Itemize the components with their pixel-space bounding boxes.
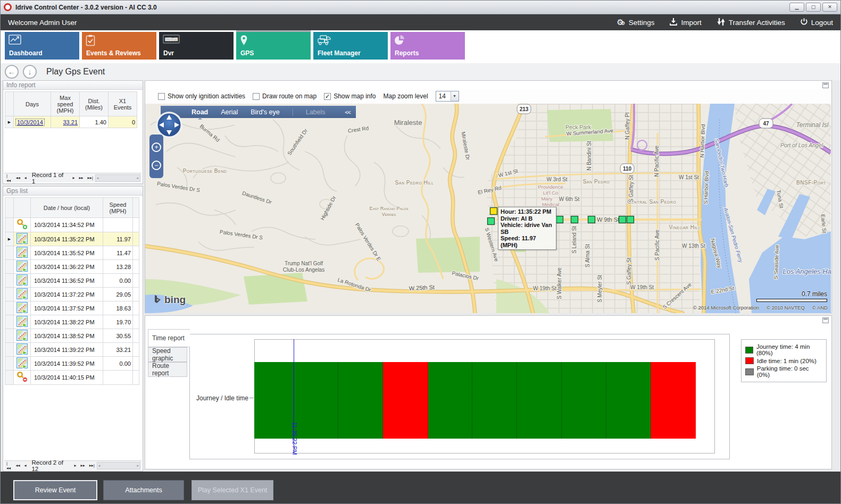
map-view-tab-aerial[interactable]: Aerial bbox=[221, 108, 238, 116]
import-button[interactable]: Import bbox=[669, 18, 701, 28]
map-canvas[interactable]: Burma RdSouthfield DrCrest RdMiralesteMi… bbox=[145, 104, 831, 313]
review-event-button[interactable]: Review Event bbox=[13, 480, 97, 500]
dvr-device-icon: MERGE bbox=[163, 35, 180, 46]
col-max-speed[interactable]: Max speed (MPH) bbox=[51, 92, 80, 116]
transfer-icon bbox=[717, 18, 726, 28]
y-axis-label: Journey / Idle time bbox=[181, 394, 248, 402]
gps-list-row[interactable]: 10/3/2014 11:38:22 PM19.70 bbox=[5, 315, 139, 329]
attachments-button[interactable]: Attachments bbox=[103, 480, 184, 500]
gps-list-row[interactable]: 10/3/2014 11:39:22 PM33.21 bbox=[5, 343, 139, 357]
map-scale-label: 0.7 miles bbox=[756, 290, 827, 298]
map-icon bbox=[14, 288, 31, 301]
gps-point-marker[interactable] bbox=[571, 216, 578, 223]
prev-page-button[interactable]: ◂◂ bbox=[16, 175, 20, 180]
map-label: N Harbor Blvd bbox=[699, 124, 706, 157]
gps-list-row[interactable]: 10/3/2014 11:35:52 PM11.47 bbox=[5, 246, 139, 260]
gps-list-row[interactable]: 10/3/2014 11:36:52 PM0.00 bbox=[5, 274, 139, 288]
collapse-panel-icon[interactable] bbox=[822, 82, 829, 88]
gps-list-table: Date / hour (local) Speed (MPH) 10/3/201… bbox=[5, 197, 139, 385]
gps-point-marker[interactable] bbox=[619, 216, 626, 223]
first-record-button[interactable]: |◂◂ bbox=[6, 173, 12, 183]
next-record-button[interactable]: ▸ bbox=[73, 175, 75, 180]
tab-speed-graphic[interactable]: Speed graphic bbox=[148, 347, 187, 362]
day-link[interactable]: 10/3/2014 bbox=[17, 119, 43, 125]
map-zoom-level-select[interactable]: 14▼ bbox=[436, 91, 459, 102]
collapse-button[interactable]: ↓ bbox=[23, 65, 37, 79]
settings-button[interactable]: ⚙⚙ Settings bbox=[617, 19, 654, 27]
logout-button[interactable]: Logout bbox=[800, 18, 833, 27]
map[interactable]: Burma RdSouthfield DrCrest RdMiralesteMi… bbox=[145, 104, 831, 313]
gps-speed: 30.55 bbox=[103, 329, 133, 343]
chevron-down-icon[interactable]: ▼ bbox=[451, 91, 459, 101]
back-button[interactable]: ← bbox=[5, 65, 19, 79]
checkbox-icon[interactable]: ✓ bbox=[324, 93, 331, 100]
max-speed-link[interactable]: 33.21 bbox=[63, 119, 78, 125]
checkbox-icon[interactable] bbox=[158, 93, 165, 100]
gps-point-marker[interactable] bbox=[588, 216, 595, 223]
selected-point-marker[interactable] bbox=[490, 208, 497, 215]
horizontal-scrollbar[interactable]: ◂▸ bbox=[97, 462, 140, 469]
prev-record-button[interactable]: ◂ bbox=[24, 175, 27, 180]
transfer-activities-button[interactable]: Transfer Activities bbox=[717, 18, 785, 28]
map-label: N Bandini St bbox=[586, 141, 592, 171]
nav-tile-reports[interactable]: Reports bbox=[390, 32, 465, 60]
nav-tile-dashboard[interactable]: Dashboard bbox=[5, 32, 79, 60]
checkbox-icon[interactable] bbox=[253, 93, 260, 100]
nav-tile-events-reviews[interactable]: Events & Reviews bbox=[82, 32, 156, 60]
map-view-tab-bird-s-eye[interactable]: Bird's eye bbox=[251, 108, 280, 116]
gps-list-row[interactable]: 10/3/2014 11:36:22 PM13.28 bbox=[5, 260, 139, 274]
gps-point-marker[interactable] bbox=[556, 216, 563, 223]
next-page-button[interactable]: ▸▸ bbox=[81, 463, 85, 468]
gps-list-row[interactable]: 10/3/2014 11:37:22 PM29.05 bbox=[5, 288, 139, 301]
col-days[interactable]: Days bbox=[14, 92, 51, 116]
info-report-panel: Info report Days Max speed (MPH) Dist. (… bbox=[3, 80, 143, 184]
gps-point-marker[interactable] bbox=[488, 218, 495, 225]
first-record-button[interactable]: |◂◂ bbox=[6, 461, 11, 471]
nav-tile-fleet-manager[interactable]: Fleet Manager bbox=[313, 32, 388, 60]
gps-list-panel: Gps list Date / hour (local) Speed (MPH)… bbox=[3, 186, 143, 472]
next-page-button[interactable]: ▸▸ bbox=[79, 175, 84, 180]
gps-list-row[interactable]: 10/3/2014 11:38:52 PM30.55 bbox=[5, 329, 139, 343]
map-icon bbox=[14, 357, 31, 371]
checkbox-show-only-ignition-activities[interactable]: Show only ignition activities bbox=[158, 93, 245, 100]
maximize-button[interactable]: ▢ bbox=[806, 3, 821, 12]
last-record-button[interactable]: ▸▸| bbox=[89, 463, 95, 468]
col-speed[interactable]: Speed (MPH) bbox=[103, 198, 133, 218]
horizontal-scrollbar[interactable]: ◂▸ bbox=[95, 174, 140, 182]
gps-list-row[interactable]: ▶10/3/2014 11:35:22 PM11.97 bbox=[5, 232, 139, 246]
col-x1-events[interactable]: X1 Events bbox=[109, 92, 137, 116]
prev-page-button[interactable]: ◂◂ bbox=[15, 463, 20, 468]
prev-record-button[interactable]: ◂ bbox=[24, 463, 26, 468]
tab-time-report[interactable]: Time report bbox=[148, 329, 190, 347]
highway-shield-47: 47 bbox=[759, 119, 773, 128]
collapse-panel-icon[interactable] bbox=[822, 317, 829, 323]
map-label: Providence bbox=[538, 184, 563, 190]
gps-date: 10/3/2014 11:35:52 PM bbox=[31, 246, 103, 260]
zoom-in-button[interactable]: + bbox=[152, 142, 161, 152]
gps-list-row[interactable]: 10/3/2014 11:37:52 PM18.63 bbox=[5, 301, 139, 315]
gps-list-row[interactable]: 10/3/2014 11:39:52 PM0.00 bbox=[5, 357, 139, 371]
close-button[interactable]: ✕ bbox=[822, 3, 837, 12]
gps-point-marker[interactable] bbox=[627, 216, 634, 223]
last-record-button[interactable]: ▸▸| bbox=[88, 175, 93, 180]
map-label: Los Angeles Harb bbox=[783, 267, 831, 275]
zoom-out-button[interactable]: − bbox=[152, 161, 161, 170]
map-view-tab-road[interactable]: Road bbox=[191, 108, 208, 116]
nav-tile-gps[interactable]: GPS bbox=[236, 32, 311, 60]
map-label: S Gaffey St bbox=[628, 175, 634, 202]
gps-list-row[interactable]: 10/3/2014 11:40:15 PM bbox=[5, 371, 139, 385]
checkbox-draw-route-on-map[interactable]: Draw route on map bbox=[253, 93, 317, 100]
app-icon bbox=[4, 3, 12, 11]
minimize-button[interactable]: ▁ bbox=[789, 3, 804, 12]
gps-list-row[interactable]: 10/3/2014 11:34:52 PM bbox=[5, 218, 139, 232]
checkbox-show-map-info[interactable]: ✓Show map info bbox=[324, 93, 376, 100]
map-toolbar-collapse[interactable]: << bbox=[345, 109, 351, 115]
col-date-hour[interactable]: Date / hour (local) bbox=[31, 198, 103, 218]
table-row[interactable]: ▶ 10/3/2014 33.21 1.40 0 bbox=[5, 116, 137, 128]
col-dist[interactable]: Dist. (Miles) bbox=[80, 92, 109, 116]
gps-date: 10/3/2014 11:34:52 PM bbox=[31, 218, 103, 232]
tab-route-report[interactable]: Route report bbox=[148, 362, 187, 377]
next-record-button[interactable]: ▸ bbox=[74, 463, 77, 468]
nav-tile-dvr[interactable]: MERGEDvr bbox=[159, 32, 234, 60]
gps-speed: 11.97 bbox=[103, 232, 133, 246]
